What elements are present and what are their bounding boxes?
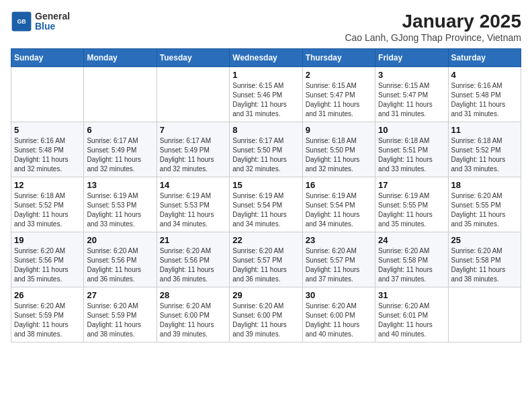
calendar-week-row: 1Sunrise: 6:15 AM Sunset: 5:46 PM Daylig…	[11, 67, 521, 122]
day-info: Sunrise: 6:19 AM Sunset: 5:54 PM Dayligh…	[232, 191, 299, 229]
day-info: Sunrise: 6:16 AM Sunset: 5:48 PM Dayligh…	[14, 136, 81, 174]
calendar-cell: 30Sunrise: 6:20 AM Sunset: 6:00 PM Dayli…	[302, 287, 375, 342]
day-info: Sunrise: 6:20 AM Sunset: 6:00 PM Dayligh…	[306, 302, 372, 339]
calendar-week-row: 5Sunrise: 6:16 AM Sunset: 5:48 PM Daylig…	[11, 122, 521, 177]
weekday-header-thursday: Thursday	[302, 49, 375, 67]
calendar-cell: 22Sunrise: 6:20 AM Sunset: 5:57 PM Dayli…	[230, 232, 302, 287]
weekday-header-tuesday: Tuesday	[157, 49, 229, 67]
day-number: 20	[87, 235, 153, 245]
calendar-week-row: 19Sunrise: 6:20 AM Sunset: 5:56 PM Dayli…	[11, 232, 521, 287]
calendar-cell: 13Sunrise: 6:19 AM Sunset: 5:53 PM Dayli…	[84, 177, 157, 232]
logo-icon: GB	[11, 11, 32, 32]
calendar-cell: 26Sunrise: 6:20 AM Sunset: 5:59 PM Dayli…	[11, 287, 84, 342]
day-number: 18	[451, 180, 518, 190]
calendar-week-row: 12Sunrise: 6:18 AM Sunset: 5:52 PM Dayli…	[11, 177, 521, 232]
day-info: Sunrise: 6:18 AM Sunset: 5:50 PM Dayligh…	[306, 136, 372, 174]
day-info: Sunrise: 6:20 AM Sunset: 5:56 PM Dayligh…	[87, 246, 153, 284]
day-info: Sunrise: 6:17 AM Sunset: 5:50 PM Dayligh…	[232, 136, 299, 174]
day-info: Sunrise: 6:19 AM Sunset: 5:53 PM Dayligh…	[87, 191, 153, 229]
day-info: Sunrise: 6:20 AM Sunset: 5:55 PM Dayligh…	[451, 191, 518, 229]
day-number: 25	[451, 235, 518, 245]
day-info: Sunrise: 6:20 AM Sunset: 5:56 PM Dayligh…	[160, 246, 226, 284]
weekday-header-wednesday: Wednesday	[230, 49, 302, 67]
day-info: Sunrise: 6:18 AM Sunset: 5:51 PM Dayligh…	[378, 136, 445, 174]
calendar-cell	[157, 67, 229, 122]
calendar-cell: 24Sunrise: 6:20 AM Sunset: 5:58 PM Dayli…	[375, 232, 448, 287]
day-number: 4	[451, 70, 518, 80]
calendar-cell: 2Sunrise: 6:15 AM Sunset: 5:47 PM Daylig…	[302, 67, 375, 122]
day-number: 2	[306, 70, 372, 80]
day-number: 1	[232, 70, 299, 80]
day-number: 24	[378, 235, 445, 245]
calendar-cell: 14Sunrise: 6:19 AM Sunset: 5:53 PM Dayli…	[157, 177, 229, 232]
calendar-cell: 3Sunrise: 6:15 AM Sunset: 5:47 PM Daylig…	[375, 67, 448, 122]
day-info: Sunrise: 6:20 AM Sunset: 6:01 PM Dayligh…	[378, 302, 445, 339]
weekday-header-sunday: Sunday	[11, 49, 84, 67]
calendar-cell	[11, 67, 84, 122]
day-number: 5	[14, 125, 81, 135]
day-info: Sunrise: 6:15 AM Sunset: 5:47 PM Dayligh…	[306, 81, 372, 119]
day-number: 21	[160, 235, 226, 245]
day-number: 11	[451, 125, 518, 135]
calendar-cell: 5Sunrise: 6:16 AM Sunset: 5:48 PM Daylig…	[11, 122, 84, 177]
calendar-cell: 17Sunrise: 6:19 AM Sunset: 5:55 PM Dayli…	[375, 177, 448, 232]
day-number: 16	[306, 180, 372, 190]
day-number: 13	[87, 180, 153, 190]
calendar-cell: 25Sunrise: 6:20 AM Sunset: 5:58 PM Dayli…	[448, 232, 521, 287]
day-info: Sunrise: 6:17 AM Sunset: 5:49 PM Dayligh…	[160, 136, 226, 174]
day-info: Sunrise: 6:18 AM Sunset: 5:52 PM Dayligh…	[451, 136, 518, 174]
day-number: 31	[378, 290, 445, 300]
day-number: 8	[232, 125, 299, 135]
calendar-cell: 18Sunrise: 6:20 AM Sunset: 5:55 PM Dayli…	[448, 177, 521, 232]
day-number: 17	[378, 180, 445, 190]
day-info: Sunrise: 6:15 AM Sunset: 5:47 PM Dayligh…	[378, 81, 445, 119]
day-info: Sunrise: 6:16 AM Sunset: 5:48 PM Dayligh…	[451, 81, 518, 119]
calendar-table: SundayMondayTuesdayWednesdayThursdayFrid…	[11, 48, 521, 342]
calendar-cell: 9Sunrise: 6:18 AM Sunset: 5:50 PM Daylig…	[302, 122, 375, 177]
logo-general-text: General	[35, 11, 70, 21]
calendar-cell	[448, 287, 521, 342]
day-info: Sunrise: 6:20 AM Sunset: 5:57 PM Dayligh…	[232, 246, 299, 284]
location-text: Cao Lanh, GJong Thap Province, Vietnam	[345, 32, 521, 43]
day-number: 29	[232, 290, 299, 300]
day-info: Sunrise: 6:18 AM Sunset: 5:52 PM Dayligh…	[14, 191, 81, 229]
day-number: 9	[306, 125, 372, 135]
weekday-header-monday: Monday	[84, 49, 157, 67]
day-info: Sunrise: 6:19 AM Sunset: 5:55 PM Dayligh…	[378, 191, 445, 229]
day-info: Sunrise: 6:20 AM Sunset: 5:59 PM Dayligh…	[14, 302, 81, 339]
calendar-cell: 10Sunrise: 6:18 AM Sunset: 5:51 PM Dayli…	[375, 122, 448, 177]
calendar-cell: 23Sunrise: 6:20 AM Sunset: 5:57 PM Dayli…	[302, 232, 375, 287]
calendar-cell: 6Sunrise: 6:17 AM Sunset: 5:49 PM Daylig…	[84, 122, 157, 177]
title-section: January 2025 Cao Lanh, GJong Thap Provin…	[345, 11, 521, 43]
calendar-cell: 19Sunrise: 6:20 AM Sunset: 5:56 PM Dayli…	[11, 232, 84, 287]
day-info: Sunrise: 6:20 AM Sunset: 6:00 PM Dayligh…	[160, 302, 226, 339]
logo: GB General Blue	[11, 11, 70, 32]
calendar-cell: 15Sunrise: 6:19 AM Sunset: 5:54 PM Dayli…	[230, 177, 302, 232]
day-info: Sunrise: 6:20 AM Sunset: 5:58 PM Dayligh…	[451, 246, 518, 284]
day-number: 23	[306, 235, 372, 245]
calendar-cell: 1Sunrise: 6:15 AM Sunset: 5:46 PM Daylig…	[230, 67, 302, 122]
weekday-header-saturday: Saturday	[448, 49, 521, 67]
calendar-cell: 20Sunrise: 6:20 AM Sunset: 5:56 PM Dayli…	[84, 232, 157, 287]
day-info: Sunrise: 6:20 AM Sunset: 5:57 PM Dayligh…	[306, 246, 372, 284]
day-info: Sunrise: 6:20 AM Sunset: 5:58 PM Dayligh…	[378, 246, 445, 284]
calendar-cell: 16Sunrise: 6:19 AM Sunset: 5:54 PM Dayli…	[302, 177, 375, 232]
calendar-cell: 12Sunrise: 6:18 AM Sunset: 5:52 PM Dayli…	[11, 177, 84, 232]
day-number: 27	[87, 290, 153, 300]
day-number: 30	[306, 290, 372, 300]
day-number: 6	[87, 125, 153, 135]
day-info: Sunrise: 6:19 AM Sunset: 5:54 PM Dayligh…	[306, 191, 372, 229]
day-number: 15	[232, 180, 299, 190]
svg-text:GB: GB	[17, 18, 26, 25]
day-number: 28	[160, 290, 226, 300]
logo-blue-text: Blue	[35, 21, 70, 32]
calendar-cell: 8Sunrise: 6:17 AM Sunset: 5:50 PM Daylig…	[230, 122, 302, 177]
day-info: Sunrise: 6:15 AM Sunset: 5:46 PM Dayligh…	[232, 81, 299, 119]
weekday-header-row: SundayMondayTuesdayWednesdayThursdayFrid…	[11, 49, 521, 67]
page-header: GB General Blue January 2025 Cao Lanh, G…	[11, 11, 521, 43]
calendar-cell: 29Sunrise: 6:20 AM Sunset: 6:00 PM Dayli…	[230, 287, 302, 342]
day-number: 7	[160, 125, 226, 135]
day-number: 12	[14, 180, 81, 190]
day-number: 3	[378, 70, 445, 80]
calendar-cell: 7Sunrise: 6:17 AM Sunset: 5:49 PM Daylig…	[157, 122, 229, 177]
